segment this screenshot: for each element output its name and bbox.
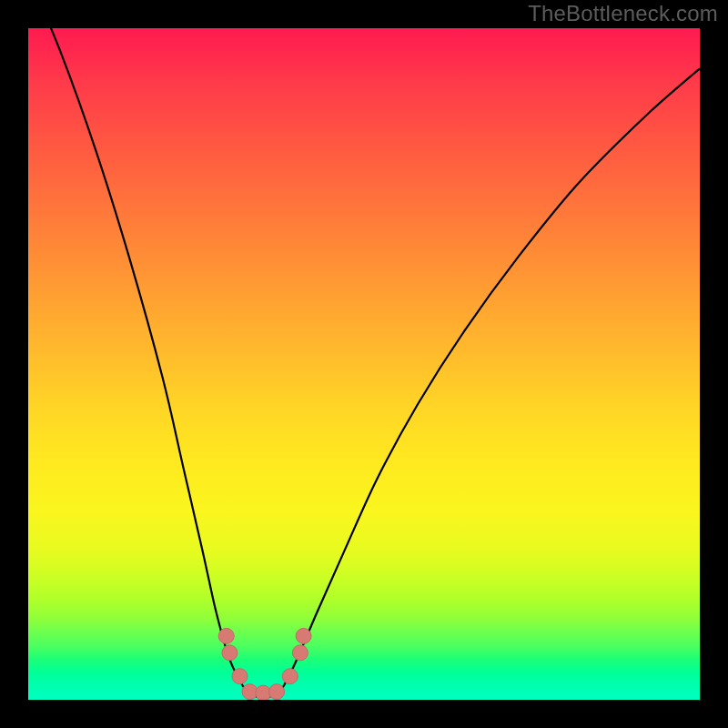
chart-svg bbox=[28, 28, 700, 700]
watermark-text: TheBottleneck.com bbox=[528, 1, 718, 26]
data-marker bbox=[232, 669, 248, 684]
data-marker bbox=[282, 669, 298, 684]
data-marker bbox=[292, 645, 308, 661]
data-marker bbox=[222, 645, 238, 661]
chart-frame: TheBottleneck.com bbox=[0, 0, 728, 728]
plot-area bbox=[28, 28, 700, 700]
curve-layer bbox=[28, 28, 700, 697]
bottleneck-curve bbox=[28, 28, 700, 697]
data-marker bbox=[218, 628, 234, 643]
data-marker bbox=[296, 628, 311, 643]
data-marker bbox=[269, 684, 285, 700]
